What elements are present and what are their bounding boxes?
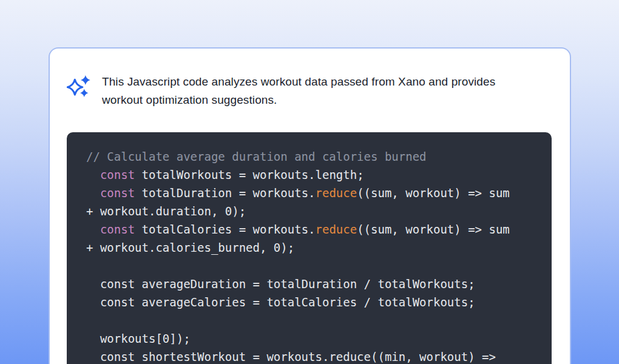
card-header: This Javascript code analyzes workout da…: [50, 49, 570, 109]
code-line: const shortestWorkout = workouts.reduce(…: [86, 348, 532, 364]
code-line: const totalCalories = workouts.reduce((s…: [86, 220, 532, 238]
code-line: [86, 257, 532, 275]
code-line: const averageDuration = totalDuration / …: [86, 275, 532, 293]
code-line: const totalDuration = workouts.reduce((s…: [86, 184, 532, 202]
assistant-card: This Javascript code analyzes workout da…: [49, 47, 571, 364]
code-description: This Javascript code analyzes workout da…: [102, 73, 536, 109]
code-line: [86, 311, 532, 329]
sparkle-icon: [67, 74, 91, 98]
code-line: const totalWorkouts = workouts.length;: [86, 166, 532, 184]
code-line: const averageCalories = totalCalories / …: [86, 293, 532, 311]
code-line: + workout.duration, 0);: [86, 202, 532, 220]
code-line: workouts[0]);: [86, 329, 532, 348]
code-line: + workout.calories_burned, 0);: [86, 238, 532, 257]
code-line: // Calculate average duration and calori…: [86, 147, 532, 166]
code-block: // Calculate average duration and calori…: [67, 132, 552, 364]
